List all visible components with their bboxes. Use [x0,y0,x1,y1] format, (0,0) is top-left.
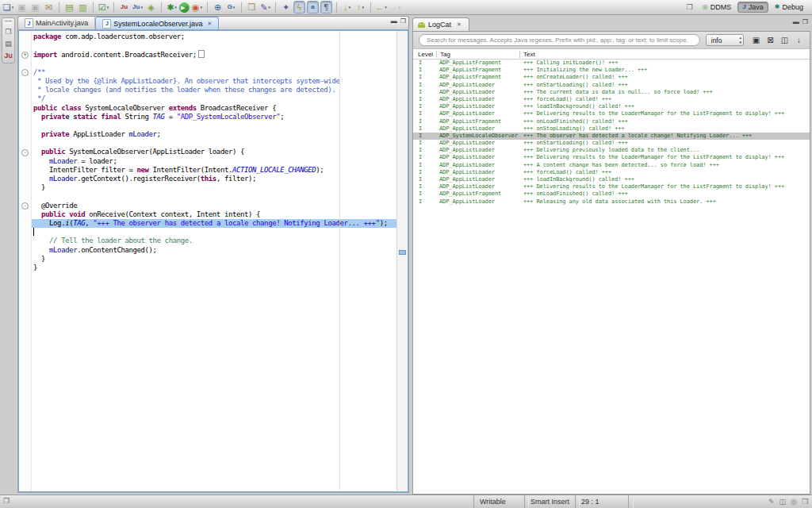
tab-close-icon[interactable]: ✕ [207,21,212,27]
column-header-text[interactable]: Text [523,51,535,58]
sync-icon[interactable]: ◎ [791,497,797,507]
junit-icon[interactable]: Ju [118,1,130,13]
column-divider[interactable] [436,51,437,58]
overview-ruler[interactable] [396,31,408,491]
log-row[interactable]: IADP_AppListFragment+++ onLoadFinished()… [413,118,810,125]
save-all-icon[interactable]: ▣ [29,1,41,13]
code-line[interactable] [32,60,396,68]
log-row[interactable]: IADP_AppListFragment+++ onLoadFinished()… [413,190,810,198]
log-row-selected[interactable]: IADP_SystemLocaleObserver+++ The observe… [413,133,810,140]
show-whitespace-icon[interactable]: ¶ [320,1,332,13]
log-row[interactable]: IADP_AppListLoader+++ A content change h… [413,162,810,169]
logcat-search-input[interactable] [419,34,700,46]
tab-logcat[interactable]: LogCat ✕ [412,17,469,31]
show-source-icon[interactable]: a [307,1,319,13]
collapsed-imports-box[interactable] [198,50,205,58]
save-icon[interactable]: ▣ [16,1,28,13]
editor-tab-mainactivity-java[interactable]: JMainActivity.java [18,17,95,29]
package-explorer-icon[interactable]: ▤ [5,40,12,48]
code-line[interactable] [32,192,396,201]
clear-log-icon[interactable]: ⊠ [765,35,776,45]
log-row[interactable]: IADP_AppListLoader+++ forceLoad() called… [413,96,810,103]
code-line[interactable] [32,228,396,237]
browser-icon[interactable]: G▾ [225,1,237,13]
run-last-icon[interactable]: ◉▾ [191,1,203,13]
log-row[interactable]: IADP_AppListFragment+++ Initializing the… [413,67,810,74]
open-perspective-icon[interactable]: ❐ [687,3,693,11]
display-saved-filters-icon[interactable]: ◫ [779,35,790,45]
fold-collapse-icon[interactable]: - [21,149,29,156]
log-row[interactable]: IADP_AppListFragment+++ Calling initLoad… [413,60,810,67]
android-tools-icon[interactable]: ◈ [145,1,157,13]
new-wizard-icon[interactable]: ❏▾ [2,1,14,13]
save-log-icon[interactable]: ▣ [751,35,761,45]
log-row[interactable]: IADP_AppListLoader+++ Delivering previou… [413,147,810,154]
log-row[interactable]: IADP_AppListFragment+++ onCreateLoader()… [413,74,810,81]
code-line[interactable]: * Used by the {@link AppListLoader}. An … [32,77,396,86]
editor-tab-systemlocaleobserver-java[interactable]: JSystemLocaleObserver.java✕ [95,17,219,29]
debug-icon[interactable]: ✱▾ [166,1,178,13]
perspective-ddms-button[interactable]: ◎DDMS [698,2,736,13]
scroll-lock-icon[interactable]: ↓ [794,35,804,45]
java-editor[interactable]: +--- package com.adp.loadercustom.observ… [17,29,409,493]
code-line[interactable]: IntentFilter filter = new IntentFilter(I… [32,166,396,175]
next-annotation-icon[interactable]: ↓▾ [341,1,353,13]
junit-view-icon[interactable]: Ju [4,52,13,60]
overview-annotation-marker[interactable] [399,250,406,255]
column-divider[interactable] [519,51,520,58]
run-icon[interactable]: ▶▾ [179,2,190,13]
log-row[interactable]: IADP_AppListLoader+++ Delivering results… [413,110,810,117]
restore-view-icon[interactable]: ❐ [5,29,11,36]
column-header-level[interactable]: Level [418,51,433,58]
code-line[interactable]: mLoader.onContentChanged(); [32,246,396,255]
code-line[interactable]: private AppListLoader mLoader; [32,130,396,139]
open-folder-icon[interactable]: ❒ [246,1,258,13]
pin-editor-icon[interactable]: ✎ [768,497,775,507]
code-line[interactable]: mLoader = loader; [32,157,396,166]
code-line[interactable]: public void onReceive(Context context, I… [32,210,396,219]
log-row[interactable]: IADP_AppListLoader+++ onStartLoading() c… [413,82,810,89]
log-row[interactable]: IADP_AppListLoader+++ forceLoad() called… [413,169,810,176]
annotation-icon[interactable]: ✎▾ [259,1,271,13]
android-sdk-manager-icon[interactable]: ▤ [63,1,75,13]
highlighted-code-line[interactable]: Log.i(TAG, "+++ The observer has detecte… [32,219,396,228]
code-line[interactable]: } [32,255,396,264]
back-icon[interactable]: ←▾ [375,1,387,13]
code-line[interactable] [32,41,396,50]
log-row[interactable]: IADP_AppListLoader+++ onStopLoading() ca… [413,125,810,133]
log-level-dropdown[interactable]: info ▴▾ [706,34,744,46]
code-line[interactable]: public SystemLocaleObserver(AppListLoade… [32,148,396,156]
code-line[interactable]: * locale changes (and notifies the loade… [32,86,396,94]
new-junit-test-icon[interactable]: Ju▾ [132,1,144,13]
maximize-button[interactable]: ❒ [802,19,808,25]
column-header-tag[interactable]: Tag [440,51,450,58]
log-row[interactable]: IADP_AppListLoader+++ loadInBackground()… [413,103,810,110]
open-new-window-icon[interactable]: ❒ [802,497,808,507]
log-row[interactable]: IADP_AppListLoader+++ onStartLoading() c… [413,140,810,147]
fast-view-tray-icon[interactable]: ❐ [3,497,10,505]
mark-occurrences-icon[interactable]: ϟ [293,1,305,13]
code-line[interactable]: @Override [32,202,396,210]
fold-collapse-icon[interactable]: - [21,202,29,210]
code-line[interactable]: } [32,264,396,272]
perspective-debug-button[interactable]: ✱Debug [770,2,808,13]
code-line[interactable]: import android.content.BroadcastReceiver… [32,50,396,59]
code-line[interactable]: private static final String TAG = "ADP_S… [32,113,396,121]
code-line[interactable] [32,121,396,130]
avd-manager-icon[interactable]: ▥ [77,1,89,13]
code-line[interactable] [32,139,396,148]
code-area[interactable]: package com.adp.loadercustom.observer;im… [32,31,396,491]
drag-handle[interactable] [5,21,12,24]
perspective-java-button[interactable]: JJava [737,2,768,13]
code-line[interactable]: /** [32,68,396,77]
print-icon[interactable]: ✉ [43,1,55,13]
log-row[interactable]: IADP_AppListLoader+++ Releasing any old … [413,198,810,206]
fold-expand-icon[interactable]: + [21,52,29,59]
log-row[interactable]: IADP_AppListLoader+++ Delivering results… [413,183,810,190]
code-line[interactable]: mLoader.getContext().registerReceiver(th… [32,175,396,183]
open-type-icon[interactable]: ✦ [280,1,292,13]
log-row[interactable]: IADP_AppListLoader+++ The current data i… [413,89,810,96]
web-icon[interactable]: ⊕ [212,1,224,13]
fold-collapse-icon[interactable]: - [21,69,29,76]
code-line[interactable]: */ [32,94,396,103]
